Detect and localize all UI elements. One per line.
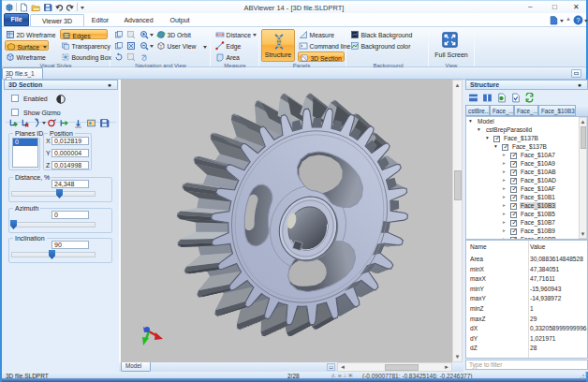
svg-text:?: ?	[576, 16, 580, 24]
